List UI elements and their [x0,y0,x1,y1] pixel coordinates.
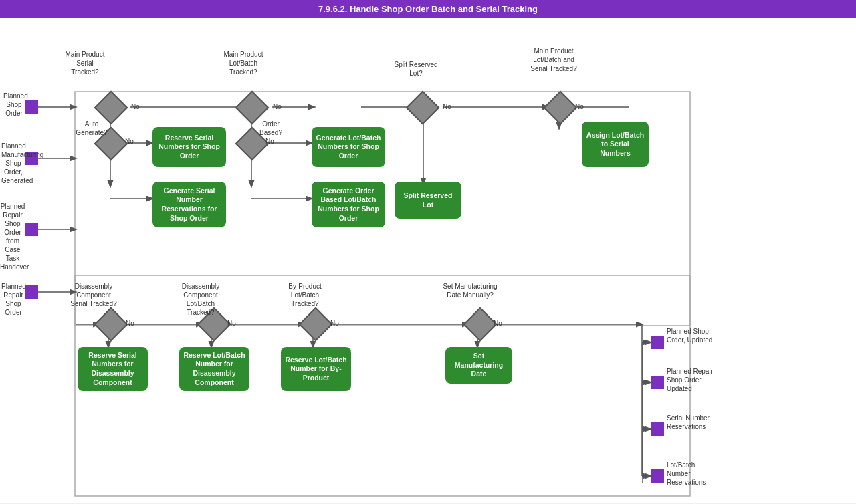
arrows-svg [0,18,856,503]
event-planned-shop-order [25,100,38,114]
label-d7: Disassembly Component Serial Tracked? [67,282,120,308]
no-label-d8: No [227,319,236,328]
label-d6: Main Product Lot/Batch and Serial Tracke… [527,47,580,73]
label-d8: Disassembly Component Lot/Batch Tracked? [174,282,227,317]
diamond-d6 [544,91,578,125]
diamond-d5 [406,91,440,125]
event-serial-number-reservations [651,422,664,436]
label-d2: Auto Generate? [75,120,108,137]
no-label-d9: No [330,319,339,328]
diagram-area: Planned Shop Order Planned Manufacturing… [0,18,856,503]
label-d9: By-Product Lot/Batch Tracked? [281,282,329,308]
title-bar: 7.9.6.2. Handle Shop Order Batch and Ser… [0,0,856,18]
label-planned-repair-shop-order-case: Planned Repair Shop Order from Case Task… [0,202,25,271]
no-label-d4: No [265,137,274,146]
diamond-d9 [299,307,333,342]
label-planned-repair-shop-order-updated: Planned Repair Shop Order, Updated [667,367,720,393]
action-generate-serial-res: Generate Serial Number Reservations for … [152,182,226,227]
no-label-d3: No [273,102,282,111]
action-reserve-serial-disasm: Reserve Serial Numbers for Disassembly C… [78,347,148,391]
no-label-d5: No [443,102,451,111]
action-reserve-lot-disasm: Reserve Lot/Batch Number for Disassembly… [179,347,249,391]
no-label-d7: No [126,319,134,328]
title-text: 7.9.6.2. Handle Shop Order Batch and Ser… [318,4,538,14]
label-d4: Order Based? [254,120,288,137]
label-serial-number-reservations: Serial Number Reservations [667,414,720,431]
label-planned-repair-shop-order: Planned Repair Shop Order [1,282,25,317]
diamond-d7 [94,307,128,342]
label-lot-batch-number-reservations: Lot/Batch Number Reservations [667,461,720,487]
no-label-d2: No [125,137,134,146]
action-generate-order-based: Generate Order Based Lot/Batch Numbers f… [312,182,385,227]
event-planned-repair-shop-order [25,285,38,299]
event-planned-shop-order-updated [651,336,664,349]
event-planned-repair-shop-order-updated [651,376,664,389]
no-label-d10: No [494,319,502,328]
no-label-d6: No [575,102,584,111]
no-label-d1: No [131,102,140,111]
label-planned-shop-order-updated: Planned Shop Order, Updated [667,327,720,344]
label-d1: Main Product Serial Tracked? [62,50,108,76]
action-generate-lot-batch: Generate Lot/Batch Numbers for Shop Orde… [312,127,385,167]
event-lot-batch-number-reservations [651,469,664,483]
label-d3: Main Product Lot/Batch Tracked? [221,50,266,76]
action-split-reserved-lot: Split Reserved Lot [395,182,461,219]
label-d5: Split Reserved Lot? [393,60,439,78]
action-set-mfg-date: Set Manufacturing Date [445,347,512,384]
svg-rect-1 [75,275,690,496]
action-assign-lot-batch: Assign Lot/Batch to Serial Numbers [582,122,649,167]
diamond-d10 [463,307,498,342]
action-reserve-serial: Reserve Serial Numbers for Shop Order [152,127,226,167]
label-planned-mfg-shop-order: Planned Manufacturing Shop Order, Genera… [1,142,25,185]
action-reserve-lot-byproduct: Reserve Lot/Batch Number for By-Product [281,347,351,391]
label-planned-shop-order: Planned Shop Order [3,92,25,118]
event-planned-repair-shop-order-case [25,223,38,236]
label-d10: Set Manufacturing Date Manually? [441,282,499,299]
